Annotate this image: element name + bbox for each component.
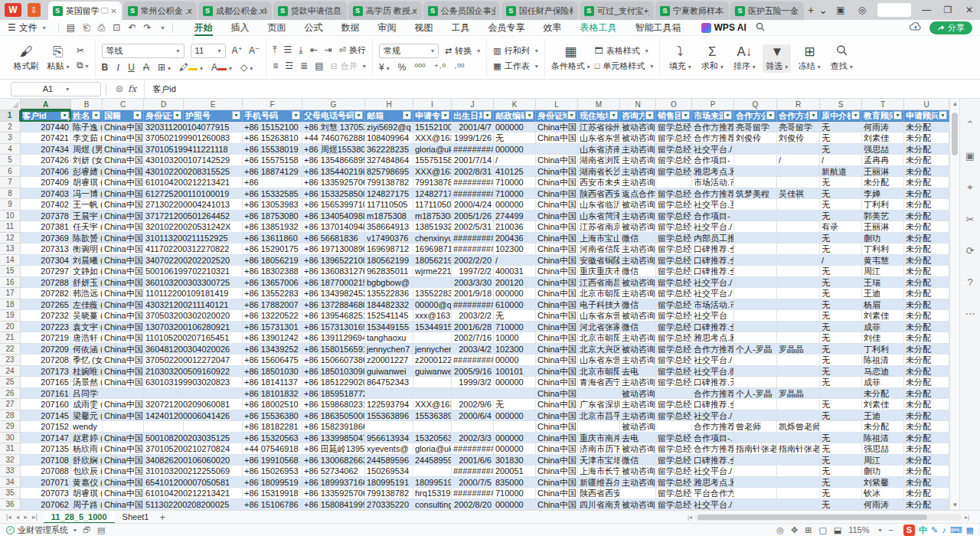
cell[interactable]: 陈歆赟 (女	[71, 233, 103, 244]
cell[interactable]: +86 1598680231	[302, 399, 365, 410]
cell[interactable]: 陈祖清	[862, 433, 904, 444]
cell[interactable]	[820, 421, 862, 433]
cell[interactable]: 罗晶晶	[777, 388, 820, 400]
document-tab[interactable]: S宁夏教师样本.xlsx	[655, 2, 729, 20]
cell[interactable]: #########	[452, 466, 494, 477]
cell[interactable]: 未分配	[904, 144, 949, 155]
cell[interactable]: +86 1370140948	[302, 221, 365, 233]
cell[interactable]: wendy	[71, 421, 103, 433]
cell[interactable]: 刘素佳	[862, 399, 904, 410]
cell[interactable]: 362228235	[365, 144, 413, 155]
cell[interactable]: /	[777, 155, 820, 166]
cell[interactable]: +86 18056219	[243, 255, 302, 266]
cell[interactable]	[734, 477, 777, 489]
cell[interactable]: 370105200210270824	[144, 443, 184, 455]
cell[interactable]: 207434	[21, 144, 71, 155]
cell[interactable]	[820, 388, 862, 400]
cell[interactable]: 雅思考点.雅	[692, 166, 734, 178]
header-cell[interactable]: 姓名▼	[71, 110, 103, 122]
cell[interactable]: 未分配	[904, 355, 949, 366]
menu-item-开始[interactable]: 开始	[185, 20, 222, 36]
cell[interactable]: 彭睿婧 (女	[71, 166, 103, 178]
cell[interactable]: China中国	[103, 366, 144, 377]
filter-dropdown-icon[interactable]: ▼	[92, 111, 100, 119]
eye-protect-icon[interactable]: ◎	[776, 525, 784, 535]
cell[interactable]: 被动咨询	[620, 310, 656, 322]
cell[interactable]: +86 15319918	[243, 488, 302, 499]
cell[interactable]: 主动咨询	[620, 288, 656, 299]
cell[interactable]: 207282	[21, 288, 71, 299]
cell[interactable]: 207147	[21, 433, 71, 444]
cell[interactable]: 122593794	[365, 399, 413, 410]
cell[interactable]: 2005/9/16	[452, 366, 494, 377]
row-header-13[interactable]: 13	[0, 243, 21, 255]
cell[interactable]: 被动咨询	[620, 199, 656, 211]
cell[interactable]: +86 15290175	[243, 243, 302, 255]
cell[interactable]: 社交平台./	[692, 466, 734, 477]
cell[interactable]: 207145	[21, 410, 71, 422]
feedback-icon[interactable]: 🗗	[83, 525, 91, 534]
cell[interactable]: 未分配	[904, 288, 949, 299]
cell[interactable]: 无	[820, 199, 862, 211]
header-cell[interactable]: 手机号码▼	[243, 110, 302, 122]
ime-keyboard-icon[interactable]: ⌨	[950, 525, 962, 535]
cell[interactable]: 无	[820, 332, 862, 344]
cell[interactable]	[144, 421, 184, 433]
cell[interactable]: 微信	[620, 322, 656, 333]
cell[interactable]: China中国	[103, 243, 144, 255]
cell[interactable]: 湖南省浏阳	[578, 155, 620, 166]
cell[interactable]: China中国	[536, 211, 578, 222]
vertical-scrollbar[interactable]: ▲ ▼	[949, 99, 959, 510]
cell[interactable]: +86 田延岭1395	[302, 443, 365, 455]
row-header-24[interactable]: 24	[0, 366, 21, 377]
cell[interactable]: 无	[820, 477, 862, 489]
cell[interactable]: 社交平台.互	[692, 199, 734, 211]
close-button[interactable]: ✕	[959, 0, 980, 20]
align-right-icon[interactable]: ≣	[300, 61, 308, 71]
selection-fill-handle[interactable]	[68, 119, 71, 122]
zoom-level[interactable]: 115%	[848, 525, 869, 534]
menu-item-表格工具[interactable]: 表格工具	[571, 20, 626, 36]
cell[interactable]	[777, 199, 820, 211]
cell[interactable]: +86 15731301	[243, 322, 302, 333]
cell[interactable]: 未分配	[904, 344, 949, 355]
cell[interactable]: 周煜 (男)	[71, 144, 103, 155]
cell[interactable]: 500108200203035125	[144, 433, 184, 444]
cell[interactable]: 去电	[620, 366, 656, 377]
cell[interactable]: 799138782	[365, 177, 413, 188]
cell[interactable]: 丁利利	[862, 344, 904, 355]
cell[interactable]: 有录	[820, 221, 862, 233]
cell[interactable]: 无	[820, 288, 862, 299]
cell[interactable]: 留学总经办	[656, 188, 692, 200]
cell[interactable]: 未分配	[904, 499, 949, 511]
cell[interactable]	[777, 211, 820, 222]
cell[interactable]: +86 1582391866	[302, 421, 365, 433]
cell[interactable]: 207288	[21, 277, 71, 289]
cell[interactable]: +86 1565399710	[302, 199, 365, 211]
cell[interactable]: 155751588	[413, 155, 452, 166]
column-header-R[interactable]: R	[777, 99, 820, 110]
cell[interactable]: 陈子逸 (男	[71, 122, 103, 133]
paste-button[interactable]: ⎘ 粘贴▾	[44, 45, 72, 72]
cell[interactable]: 主动咨询	[620, 166, 656, 178]
cell[interactable]: China中国	[536, 388, 578, 400]
cell[interactable]	[777, 277, 820, 289]
cell[interactable]: 未分配	[904, 211, 949, 222]
wps-download-icon[interactable]: ⇩	[28, 3, 41, 17]
cell[interactable]: 962835011	[365, 266, 413, 277]
cell[interactable]: China中国	[536, 410, 578, 422]
cell[interactable]: #########	[452, 243, 494, 255]
cell[interactable]: 天津市宝坻	[578, 455, 620, 466]
document-tab[interactable]: S常州公积金 .xlsx	[123, 2, 197, 20]
cell[interactable]: 文静如 (女	[71, 266, 103, 277]
cell[interactable]: 山东省临沂	[578, 199, 620, 211]
cell[interactable]: 未分配	[904, 466, 949, 477]
cell[interactable]	[734, 277, 777, 289]
cell[interactable]: 956613934	[365, 433, 413, 444]
cell[interactable]: 000000	[494, 122, 536, 133]
cell[interactable]: 207223	[21, 322, 71, 333]
filter-dropdown-icon[interactable]: ▼	[173, 111, 181, 119]
cell[interactable]: 430103200107142529	[144, 155, 184, 166]
cell[interactable]: 留学总经办	[656, 377, 692, 388]
row-header-4[interactable]: 4	[0, 144, 21, 155]
